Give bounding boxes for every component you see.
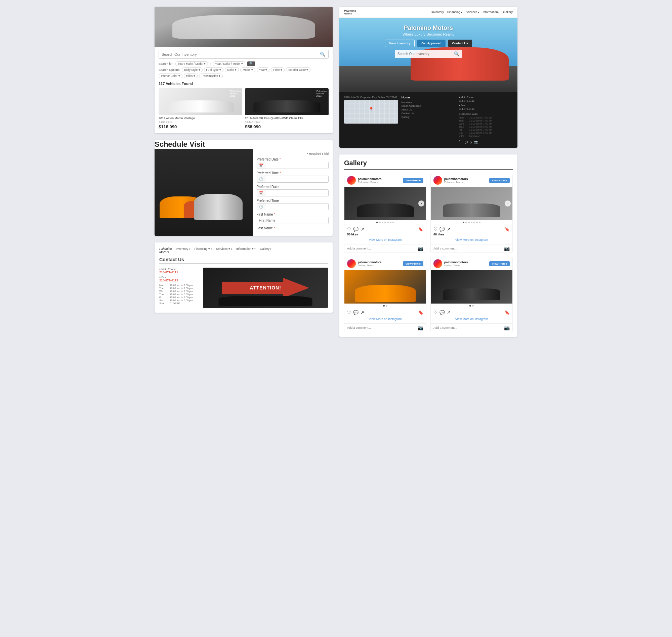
footer-hours-mon: Mon: 10:00 am to 7:00 pm xyxy=(459,116,513,119)
like-icon-4[interactable]: ♡ xyxy=(434,310,438,315)
schedule-showroom-image xyxy=(155,149,253,236)
add-comment-input-1[interactable] xyxy=(347,247,416,250)
hero-search-button[interactable]: 🔍 xyxy=(452,50,462,58)
calendar-icon-1: 📅 xyxy=(257,162,265,168)
bookmark-icon-4[interactable]: 🔖 xyxy=(505,310,510,315)
bookmark-icon-3[interactable]: 🔖 xyxy=(418,310,423,315)
footer-main-phone-label: ♦ Main Phone xyxy=(459,96,513,99)
carousel-dots-3 xyxy=(344,304,426,308)
share-icon-1[interactable]: ↗ xyxy=(360,227,364,232)
search-go-button[interactable]: 🔍 xyxy=(247,61,255,66)
inventory-search-button[interactable]: 🔍 xyxy=(317,50,328,58)
facebook-icon[interactable]: f xyxy=(459,140,460,144)
add-comment-input-4[interactable] xyxy=(434,326,503,329)
preferred-time-2-input[interactable]: 8:00 AM xyxy=(265,203,329,210)
add-comment-input-3[interactable] xyxy=(347,326,416,329)
view-profile-button-2[interactable]: View Profile xyxy=(489,178,510,183)
contact-us-button[interactable]: Contact Us xyxy=(448,40,473,47)
inventory-search-bar[interactable]: 🔍 xyxy=(159,50,329,59)
nav-inventory[interactable]: Inventory xyxy=(431,11,444,14)
nav-information[interactable]: Information xyxy=(483,11,500,14)
footer-link-contact[interactable]: Contact Us xyxy=(402,112,456,115)
inventory-search-input[interactable] xyxy=(159,51,317,58)
filter-fuel-type[interactable]: Fuel Type xyxy=(204,68,224,72)
filter-miles[interactable]: Miles xyxy=(184,74,198,78)
preferred-date-2-input[interactable]: 08/05/2020 xyxy=(265,190,329,196)
contact-nav-gallery[interactable]: Gallery xyxy=(260,247,271,251)
comment-icon-1[interactable]: 💬 xyxy=(353,227,358,232)
attention-advertisement: ATTENTION! xyxy=(203,268,328,308)
filter-make[interactable]: Make xyxy=(225,68,239,72)
share-icon-3[interactable]: ↗ xyxy=(360,310,364,315)
hero-search-input[interactable] xyxy=(395,50,452,57)
filter-price[interactable]: Price xyxy=(271,68,285,72)
comment-icon-4[interactable]: 💬 xyxy=(440,310,445,315)
preferred-date-1-input-row[interactable]: 📅 08/05/2020 xyxy=(257,162,329,169)
preferred-date-2-input-row[interactable]: 📅 08/05/2020 xyxy=(257,189,329,197)
bookmark-icon-2[interactable]: 🔖 xyxy=(505,227,510,232)
view-more-instagram-1[interactable]: View More on Instagram xyxy=(347,237,423,243)
nav-services[interactable]: Services xyxy=(466,11,479,14)
footer-link-credit[interactable]: Credit Application xyxy=(402,105,456,107)
contact-nav-services[interactable]: Services ▾ xyxy=(216,247,232,251)
first-name-input[interactable] xyxy=(257,217,329,224)
google-icon[interactable]: g+ xyxy=(465,140,468,144)
schedule-title: Schedule Visit xyxy=(155,140,333,149)
yelp-icon[interactable]: y xyxy=(471,140,472,144)
dot-1 xyxy=(376,222,378,223)
footer-link-inventory[interactable]: Inventory xyxy=(402,101,456,104)
first-name-input-row[interactable] xyxy=(257,217,329,224)
view-more-instagram-3[interactable]: View More on Instagram xyxy=(347,316,423,322)
share-icon-4[interactable]: ↗ xyxy=(447,310,450,315)
carousel-arrow-right-1[interactable]: › xyxy=(418,200,424,206)
nav-financing[interactable]: Financing xyxy=(447,11,462,14)
instagram-icon-footer[interactable]: 📷 xyxy=(474,140,478,144)
comment-icon-3[interactable]: 💬 xyxy=(353,310,358,315)
view-profile-button-1[interactable]: View Profile xyxy=(403,178,423,183)
bookmark-icon-1[interactable]: 🔖 xyxy=(418,227,423,232)
like-icon-3[interactable]: ♡ xyxy=(347,310,351,315)
filter-year[interactable]: Year xyxy=(257,68,270,72)
search-for-year-make-model-2[interactable]: Year / Make / Model xyxy=(213,61,245,66)
search-for-year-make-model[interactable]: Year / Make / Model xyxy=(175,61,208,66)
preferred-time-2-input-row[interactable]: 🕐 8:00 AM xyxy=(257,203,329,210)
view-more-instagram-4[interactable]: View More on Instagram xyxy=(434,316,510,322)
add-comment-row-1: 📷 xyxy=(344,244,426,253)
like-icon-1[interactable]: ♡ xyxy=(347,227,351,232)
view-profile-button-3[interactable]: View Profile xyxy=(403,261,423,266)
hero-search-bar[interactable]: 🔍 xyxy=(395,50,462,58)
filter-body-style[interactable]: Body Style xyxy=(182,68,202,72)
get-approved-button[interactable]: Get Approved xyxy=(417,40,445,47)
view-profile-button-4[interactable]: View Profile xyxy=(489,261,510,266)
insta-post-4-header: palominomotors Dallas, Texas View Profil… xyxy=(431,257,512,270)
twitter-icon[interactable]: t xyxy=(462,140,463,144)
nav-gallery[interactable]: Gallery xyxy=(503,11,513,14)
homepage-section: Palomino Motors Inventory Financing Serv… xyxy=(339,7,517,148)
filter-model[interactable]: Model xyxy=(240,68,255,72)
share-icon-2[interactable]: ↗ xyxy=(447,227,450,232)
filter-transmission[interactable]: Transmission xyxy=(199,74,223,78)
dot-2-2 xyxy=(465,222,467,223)
carousel-arrow-right-2[interactable]: › xyxy=(505,200,511,206)
contact-nav-financing[interactable]: Financing ▾ xyxy=(195,247,212,251)
like-icon-2[interactable]: ♡ xyxy=(434,227,438,232)
instagram-logo-icon-4: 📷 xyxy=(504,325,510,330)
comment-icon-2[interactable]: 💬 xyxy=(440,227,445,232)
footer-link-gallery[interactable]: Gallery xyxy=(402,115,456,119)
add-comment-input-2[interactable] xyxy=(434,247,503,250)
contact-nav-information[interactable]: Information ▾ xyxy=(236,247,256,251)
car-title-1: 2019 Aston Martin Vantage xyxy=(159,116,242,121)
preferred-time-1-input-row[interactable]: 🕐 8:00 AM xyxy=(257,176,329,183)
view-more-instagram-2[interactable]: View More on Instagram xyxy=(434,237,510,243)
footer-hours-wed: Wed: 10:00 am to 7:00 pm xyxy=(459,122,513,125)
car-logo-palomino-2: PalominoMotors2021 xyxy=(316,90,327,97)
preferred-date-1-input[interactable]: 08/05/2020 xyxy=(265,162,329,168)
last-name-group: Last Name * xyxy=(257,226,329,230)
filter-interior-color[interactable]: Interior Color xyxy=(159,74,182,78)
schedule-form: * Required Field Preferred Date * 📅 08/0… xyxy=(253,149,333,236)
contact-nav-inventory[interactable]: Inventory xyxy=(176,247,191,251)
preferred-time-1-input[interactable]: 8:00 AM xyxy=(265,176,329,182)
view-inventory-button[interactable]: View Inventory xyxy=(385,40,414,47)
footer-link-about[interactable]: About Us xyxy=(402,108,456,111)
filter-exterior-color[interactable]: Exterior Color xyxy=(286,68,311,72)
